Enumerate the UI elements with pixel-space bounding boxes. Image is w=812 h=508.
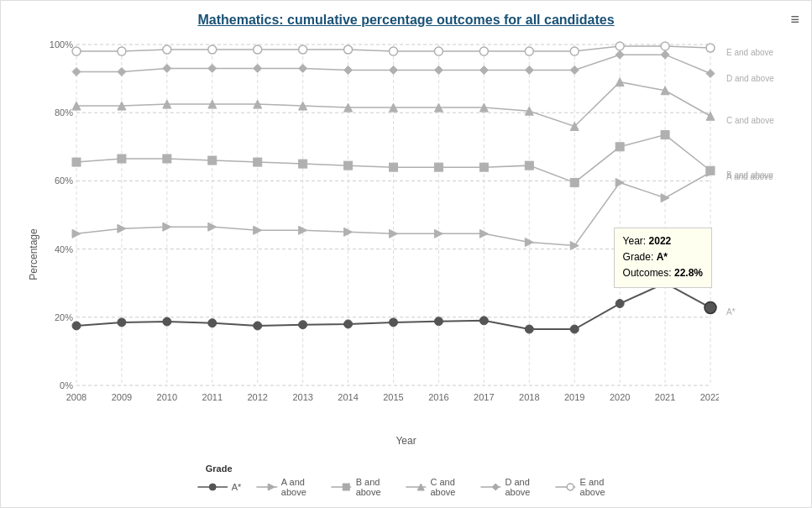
svg-text:20%: 20% [55,312,73,322]
svg-point-119 [163,317,171,326]
svg-point-127 [525,325,533,333]
svg-point-144 [567,484,574,490]
svg-point-132 [705,301,716,313]
legend-icon-a* [197,481,228,493]
svg-point-54 [616,42,624,50]
svg-text:2020: 2020 [610,392,630,402]
svg-marker-61 [254,64,262,72]
svg-point-47 [299,45,307,54]
legend-item-d_and_above: D and above [480,477,540,497]
svg-marker-69 [616,50,624,59]
svg-point-44 [163,45,171,54]
svg-rect-91 [254,158,262,166]
main-svg: 0%20%40%60%80%100%2008200920102011201220… [47,36,719,411]
svg-point-129 [616,300,624,308]
legend-item-e_and_above: E and above [555,477,615,497]
x-axis-label: Year [396,435,416,447]
svg-point-43 [118,47,126,55]
svg-rect-93 [344,161,353,170]
svg-text:2016: 2016 [428,392,448,402]
right-labels: E and aboveD and aboveC and aboveB and a… [725,36,804,411]
svg-text:80%: 80% [55,107,73,118]
svg-point-42 [72,47,81,55]
svg-text:2019: 2019 [564,392,584,402]
right-label-a_and_above: A and above [726,172,773,181]
svg-point-56 [706,44,715,52]
svg-text:2022: 2022 [700,392,719,402]
svg-marker-142 [492,484,499,490]
svg-point-50 [434,47,443,55]
svg-marker-64 [390,65,398,74]
svg-marker-113 [570,242,579,250]
svg-marker-60 [208,64,217,72]
right-label-e_and_above: E and above [726,48,773,57]
svg-rect-92 [299,160,307,168]
legend-title: Grade [206,463,233,474]
svg-marker-102 [72,229,81,238]
legend-icon-b_and_above [331,481,351,493]
legend-item-c_and_above: C and above [406,477,465,497]
svg-marker-136 [268,484,275,490]
svg-marker-71 [706,70,715,78]
svg-point-52 [525,47,533,55]
svg-point-123 [344,320,353,328]
svg-text:40%: 40% [55,244,73,254]
legend-item-a_and_above: A and above [256,477,316,497]
svg-point-126 [479,317,488,325]
svg-text:2017: 2017 [474,392,494,402]
svg-text:2008: 2008 [66,392,86,402]
svg-marker-70 [661,50,669,59]
svg-text:2013: 2013 [292,392,312,402]
svg-marker-67 [525,65,533,74]
legend-items: A*A and aboveB and aboveC and aboveD and… [197,477,616,497]
right-label-d_and_above: D and above [726,74,774,83]
svg-text:100%: 100% [50,39,73,50]
svg-text:2015: 2015 [383,392,403,402]
legend-label: A and above [281,477,317,497]
legend-icon-a_and_above [256,481,276,493]
svg-point-122 [299,321,307,329]
svg-rect-138 [343,484,349,490]
right-label-c_and_above: C and above [726,116,774,125]
svg-rect-97 [525,161,533,170]
svg-point-117 [72,322,81,330]
svg-marker-65 [434,65,443,74]
svg-point-124 [390,318,398,327]
svg-rect-94 [390,163,398,171]
svg-point-125 [434,317,443,326]
svg-marker-57 [72,67,81,76]
chart-title: Mathematics: cumulative percentage outco… [1,1,811,28]
right-label-a_star: A* [726,307,736,317]
svg-point-53 [570,47,579,55]
svg-marker-63 [344,65,353,74]
svg-marker-109 [390,229,398,238]
svg-marker-86 [706,112,715,120]
menu-icon[interactable]: ≡ [790,11,799,29]
svg-marker-59 [163,64,171,72]
svg-text:2009: 2009 [112,392,132,402]
svg-marker-58 [118,67,126,76]
svg-text:2018: 2018 [519,392,539,402]
svg-rect-99 [616,143,624,151]
svg-point-45 [208,45,217,54]
legend-icon-c_and_above [406,481,426,493]
svg-point-49 [390,47,398,55]
svg-point-121 [254,322,262,330]
chart-legend: Grade A*A and aboveB and aboveC and abov… [197,463,616,497]
legend-label: D and above [505,477,540,497]
svg-point-120 [208,319,217,327]
legend-label: A* [232,482,242,492]
svg-rect-88 [118,154,126,163]
svg-rect-98 [570,178,579,186]
svg-marker-62 [299,64,307,72]
svg-marker-66 [479,65,488,74]
legend-label: E and above [580,477,616,497]
svg-point-48 [344,45,353,54]
svg-marker-110 [434,229,443,238]
svg-rect-89 [163,154,171,163]
y-axis-label: Percentage [28,228,39,280]
svg-point-134 [209,484,216,490]
svg-point-128 [570,325,579,333]
chart-container: Mathematics: cumulative percentage outco… [0,0,812,508]
legend-label: C and above [430,477,465,497]
